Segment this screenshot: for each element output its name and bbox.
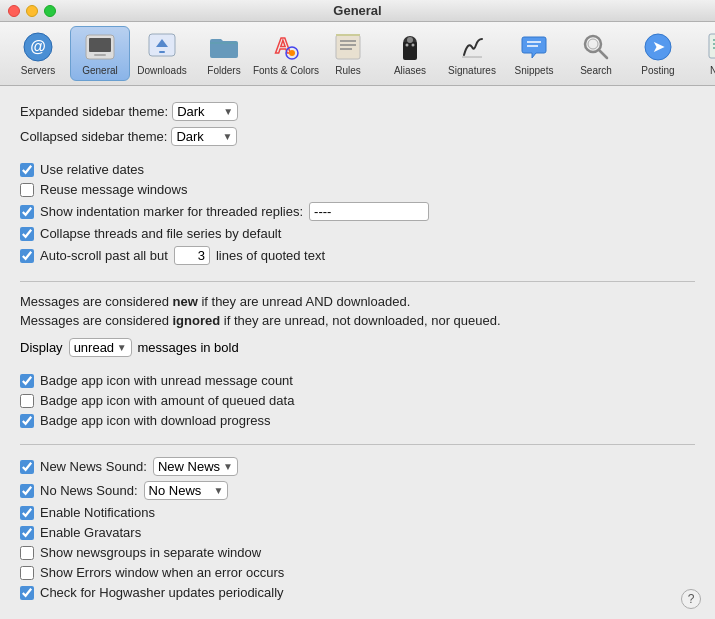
window-title: General [333,3,381,18]
new-news-sound-select-wrapper[interactable]: New NewsNo NewsBassoGlass ▼ [153,457,238,476]
badge-download-label[interactable]: Badge app icon with download progress [40,413,271,428]
help-button[interactable]: ? [681,589,701,609]
display-select[interactable]: unreadallnew [74,340,129,355]
toolbar-item-posting[interactable]: ➤ Posting [628,26,688,81]
toolbar: @ Servers General [0,22,715,86]
toolbar-item-folders[interactable]: Folders [194,26,254,81]
check-hogwasher-label[interactable]: Check for Hogwasher updates periodically [40,585,284,600]
servers-icon: @ [22,31,54,63]
enable-gravatars-label[interactable]: Enable Gravatars [40,525,141,540]
maximize-button[interactable] [44,5,56,17]
collapse-threads-checkbox[interactable] [20,227,34,241]
badge-download-checkbox[interactable] [20,414,34,428]
toolbar-item-rules[interactable]: Rules [318,26,378,81]
display-select-wrapper[interactable]: unreadallnew ▼ [69,338,132,357]
no-news-sound-select[interactable]: New NewsNo NewsBasso [149,483,226,498]
rules-icon [332,31,364,63]
svg-text:➤: ➤ [652,38,665,55]
svg-rect-29 [709,34,715,58]
no-news-sound-checkbox[interactable] [20,484,34,498]
no-news-sound-label[interactable]: No News Sound: [40,483,138,498]
reuse-message-windows-checkbox[interactable] [20,183,34,197]
titlebar: General [0,0,715,22]
show-newsgroups-checkbox[interactable] [20,546,34,560]
collapsed-sidebar-label: Collapsed sidebar theme: [20,129,167,144]
svg-rect-3 [89,38,111,52]
toolbar-item-snippets[interactable]: Snippets [504,26,564,81]
signatures-label: Signatures [448,65,496,76]
no-news-sound-select-wrapper[interactable]: New NewsNo NewsBasso ▼ [144,481,229,500]
new-news-sound-row: New News Sound: New NewsNo NewsBassoGlas… [20,457,695,476]
show-indentation-checkbox[interactable] [20,205,34,219]
use-relative-dates-row: Use relative dates [20,162,695,177]
display-suffix-label: messages in bold [138,340,239,355]
messages-info-section: Messages are considered new if they are … [20,294,695,357]
show-indentation-label[interactable]: Show indentation marker for threaded rep… [40,204,303,219]
badge-queued-row: Badge app icon with amount of queued dat… [20,393,695,408]
general-checkboxes-section: Use relative dates Reuse message windows… [20,162,695,265]
show-newsgroups-label[interactable]: Show newsgroups in separate window [40,545,261,560]
indentation-value-input[interactable] [309,202,429,221]
info-new-keyword: new [172,294,197,309]
collapsed-sidebar-select[interactable]: DarkLightSystem [176,129,234,144]
fonts-colors-icon: A [270,31,302,63]
separator-2 [20,444,695,445]
auto-scroll-value-input[interactable] [174,246,210,265]
show-errors-label[interactable]: Show Errors window when an error occurs [40,565,284,580]
nzb-label: NZB [710,65,715,76]
close-button[interactable] [8,5,20,17]
minimize-button[interactable] [26,5,38,17]
expanded-sidebar-select[interactable]: DarkLightSystem [177,104,235,119]
svg-text:@: @ [30,38,46,55]
snippets-label: Snippets [515,65,554,76]
aliases-icon [394,31,426,63]
collapsed-sidebar-select-wrapper[interactable]: DarkLightSystem ▼ [171,127,237,146]
badge-queued-checkbox[interactable] [20,394,34,408]
badge-unread-label[interactable]: Badge app icon with unread message count [40,373,293,388]
svg-point-20 [412,44,415,47]
servers-label: Servers [21,65,55,76]
badge-unread-checkbox[interactable] [20,374,34,388]
check-hogwasher-checkbox[interactable] [20,586,34,600]
downloads-label: Downloads [137,65,186,76]
fonts-colors-label: Fonts & Colors [253,65,319,76]
posting-label: Posting [641,65,674,76]
display-prefix-label: Display [20,340,63,355]
enable-notifications-checkbox[interactable] [20,506,34,520]
badge-queued-label[interactable]: Badge app icon with amount of queued dat… [40,393,294,408]
svg-rect-7 [159,51,165,53]
toolbar-item-aliases[interactable]: Aliases [380,26,440,81]
info-ignored-keyword: ignored [172,313,220,328]
expanded-sidebar-select-wrapper[interactable]: DarkLightSystem ▼ [172,102,238,121]
use-relative-dates-label[interactable]: Use relative dates [40,162,144,177]
auto-scroll-post-label: lines of quoted text [216,248,325,263]
svg-rect-17 [403,42,417,60]
sound-notification-section: New News Sound: New NewsNo NewsBassoGlas… [20,457,695,600]
collapse-threads-label[interactable]: Collapse threads and file series by defa… [40,226,281,241]
new-news-sound-label[interactable]: New News Sound: [40,459,147,474]
new-news-sound-select[interactable]: New NewsNo NewsBassoGlass [158,459,235,474]
auto-scroll-checkbox[interactable] [20,249,34,263]
info-new-post: if they are unread AND downloaded. [201,294,410,309]
toolbar-item-signatures[interactable]: Signatures [442,26,502,81]
use-relative-dates-checkbox[interactable] [20,163,34,177]
toolbar-item-search[interactable]: Search [566,26,626,81]
toolbar-item-downloads[interactable]: Downloads [132,26,192,81]
toolbar-item-general[interactable]: General [70,26,130,81]
nzb-icon: NZB [704,31,715,63]
toolbar-item-nzb[interactable]: NZB NZB [690,26,715,81]
svg-text:A: A [275,33,291,58]
general-label: General [82,65,118,76]
new-news-sound-checkbox[interactable] [20,460,34,474]
folders-icon [208,31,240,63]
enable-gravatars-checkbox[interactable] [20,526,34,540]
enable-notifications-label[interactable]: Enable Notifications [40,505,155,520]
posting-icon: ➤ [642,31,674,63]
toolbar-item-servers[interactable]: @ Servers [8,26,68,81]
toolbar-item-fonts-colors[interactable]: A Fonts & Colors [256,26,316,81]
badge-unread-row: Badge app icon with unread message count [20,373,695,388]
reuse-message-windows-label[interactable]: Reuse message windows [40,182,187,197]
info-ignored-pre: Messages are considered [20,313,169,328]
signatures-icon [456,31,488,63]
show-errors-checkbox[interactable] [20,566,34,580]
